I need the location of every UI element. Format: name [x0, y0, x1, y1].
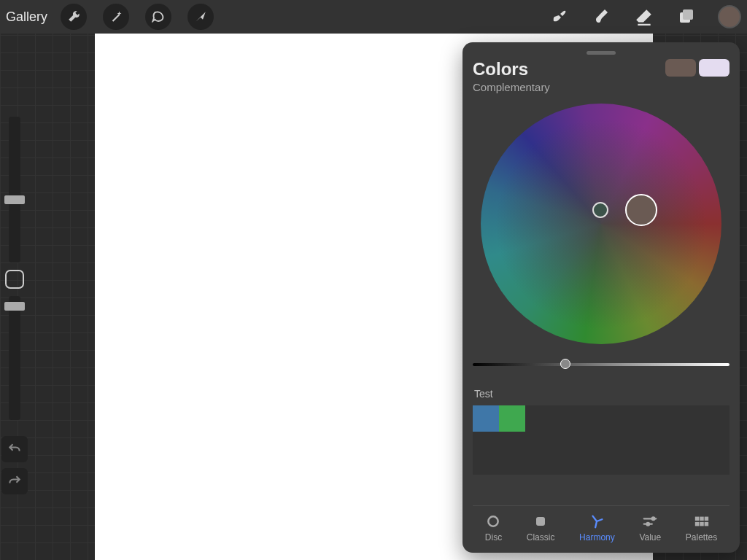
svg-point-2 [489, 516, 498, 526]
tab-value[interactable]: Value [639, 513, 661, 542]
tab-label: Classic [527, 532, 555, 542]
svg-point-5 [647, 523, 650, 526]
smudge-icon[interactable] [591, 6, 613, 28]
svg-rect-10 [700, 522, 704, 526]
left-sliders [0, 117, 29, 427]
svg-rect-11 [704, 522, 708, 526]
brush-size-thumb[interactable] [4, 195, 25, 204]
tab-label: Palettes [686, 532, 717, 542]
opacity-thumb[interactable] [4, 302, 25, 311]
brightness-thumb[interactable] [560, 359, 570, 369]
panel-tabs: Disc Classic Harmony Value Palettes [473, 505, 729, 553]
svg-rect-6 [694, 517, 699, 521]
undo-redo-group [0, 436, 29, 500]
tab-label: Harmony [579, 532, 615, 542]
svg-rect-8 [704, 517, 708, 521]
palette-name[interactable]: Test [473, 385, 729, 402]
tab-classic[interactable]: Classic [527, 513, 555, 542]
wrench-icon[interactable] [61, 4, 87, 30]
tab-label: Disc [485, 532, 502, 542]
panel-drag-handle[interactable] [587, 51, 616, 55]
palette-grid[interactable] [473, 405, 729, 475]
classic-icon [533, 513, 549, 529]
tab-disc[interactable]: Disc [485, 513, 502, 542]
redo-button[interactable] [1, 468, 28, 494]
value-icon [642, 513, 658, 529]
svg-point-4 [652, 518, 655, 521]
palettes-icon [694, 513, 710, 529]
harmony-mode-label[interactable]: Complementary [473, 81, 550, 93]
gallery-button[interactable]: Gallery [6, 9, 47, 25]
color-panel: Colors Complementary Test Disc [462, 42, 740, 553]
panel-title: Colors [473, 59, 550, 79]
primary-swatch[interactable] [665, 59, 696, 77]
svg-rect-7 [700, 517, 704, 521]
svg-rect-9 [694, 522, 699, 526]
undo-button[interactable] [1, 436, 28, 462]
color-wheel[interactable] [481, 104, 721, 344]
wand-icon[interactable] [103, 4, 129, 30]
brush-size-slider[interactable] [9, 117, 20, 262]
svg-rect-3 [536, 517, 545, 526]
selection-icon[interactable] [145, 4, 171, 30]
arrow-icon[interactable] [187, 4, 214, 30]
eraser-icon[interactable] [633, 6, 655, 28]
hue-wheel[interactable] [481, 104, 721, 344]
tab-label: Value [639, 532, 661, 542]
brightness-slider[interactable] [473, 363, 729, 366]
top-toolbar: Gallery [0, 0, 747, 34]
opacity-slider[interactable] [9, 296, 20, 420]
layers-icon[interactable] [676, 6, 697, 28]
tab-harmony[interactable]: Harmony [579, 513, 615, 542]
tab-palettes[interactable]: Palettes [686, 513, 717, 542]
palette-color-1[interactable] [473, 405, 499, 432]
brush-icon[interactable] [549, 6, 570, 28]
disc-icon [485, 513, 501, 529]
primary-picker[interactable] [625, 194, 657, 226]
complementary-picker[interactable] [592, 202, 608, 218]
svg-rect-1 [683, 9, 693, 20]
palette-color-2[interactable] [499, 405, 525, 432]
secondary-swatch[interactable] [699, 59, 729, 77]
harmony-icon [589, 513, 605, 529]
current-color-chip[interactable] [718, 5, 741, 28]
modifier-button[interactable] [5, 270, 24, 289]
